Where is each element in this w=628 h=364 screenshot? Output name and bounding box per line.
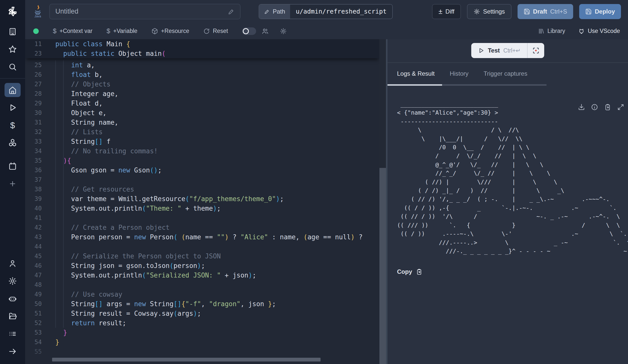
code-line[interactable]: 46 String json = gson.toJson(person);	[25, 261, 379, 270]
line-content: }	[42, 338, 59, 346]
edit-path-pencil-icon	[264, 9, 270, 14]
path-button[interactable]: Path u/admin/refreshed_script	[259, 4, 393, 19]
java-icon-label: Java	[34, 15, 41, 18]
sidebar-item-search[interactable]	[5, 60, 21, 74]
script-title-input[interactable]: Untitled	[49, 4, 241, 19]
library-button[interactable]: Library	[538, 28, 565, 34]
code-line[interactable]: 28 Integer age,	[25, 89, 379, 99]
code-line[interactable]: 35 ){	[25, 156, 379, 165]
code-line[interactable]: 42 // Create a Person object	[25, 223, 379, 232]
sidebar-item-settings[interactable]	[5, 274, 21, 288]
draft-shortcut: Ctrl+S	[550, 8, 567, 15]
topbar: Java Untitled Path u/admin/refreshed_scr…	[25, 0, 628, 23]
vertical-scrollbar-track[interactable]	[379, 39, 386, 364]
code-line[interactable]: 50 String[] args = new String[]{"-f", "d…	[25, 299, 379, 309]
code-line[interactable]: 43 Person person = new Person( (name == …	[25, 232, 379, 242]
editor-toolbar: $ +Context var $ +Variable +Resource Res…	[25, 23, 628, 39]
expand-icon[interactable]	[617, 103, 624, 111]
code-line[interactable]: 37	[25, 175, 379, 185]
edit-title-pencil-icon[interactable]	[228, 8, 234, 15]
tab-history[interactable]: History	[442, 63, 476, 86]
sidebar-item-variables[interactable]: $	[5, 118, 21, 132]
code-line[interactable]: 32 // Lists	[25, 127, 379, 137]
windmill-logo-icon[interactable]	[0, 0, 25, 23]
users-icon[interactable]	[262, 28, 269, 35]
horizontal-scrollbar[interactable]	[52, 358, 321, 361]
draft-button[interactable]: Draft Ctrl+S	[518, 4, 573, 19]
sidebar-item-favorites[interactable]	[5, 42, 21, 56]
library-label: Library	[547, 28, 565, 34]
code-line[interactable]: 33 String[] f	[25, 137, 379, 146]
test-button[interactable]: Test Ctrl+↵	[471, 47, 527, 54]
code-line[interactable]: 31 String name,	[25, 118, 379, 127]
code-line[interactable]: 48	[25, 280, 379, 290]
sidebar-item-workers[interactable]	[5, 292, 21, 306]
copy-button[interactable]: Copy	[397, 268, 628, 275]
panel-resize-handle[interactable]	[386, 39, 387, 364]
code-line[interactable]: 49 // Use cowsay	[25, 290, 379, 299]
code-line[interactable]: 53 }	[25, 328, 379, 337]
add-context-var-button[interactable]: $ +Context var	[53, 27, 93, 35]
code-line[interactable]: 39 var theme = Wmill.getResource("f/app_…	[25, 194, 379, 204]
sidebar-item-runs[interactable]	[5, 101, 21, 115]
reset-button[interactable]: Reset	[203, 28, 228, 34]
sidebar-item-home[interactable]	[5, 83, 21, 97]
download-icon[interactable]	[578, 103, 585, 111]
add-resource-button[interactable]: +Resource	[151, 28, 189, 34]
line-number: 47	[25, 272, 42, 279]
code-line[interactable]: 47 System.out.println("Serialized JSON: …	[25, 270, 379, 280]
sidebar-item-schedules[interactable]	[5, 159, 21, 173]
code-line[interactable]: 36 Gson gson = new Gson();	[25, 165, 379, 175]
tab-logs-result[interactable]: Logs & Result	[387, 63, 442, 86]
tab-trigger-captures[interactable]: Trigger captures	[476, 63, 535, 86]
diff-button-label: Diff	[445, 8, 454, 15]
diff-button[interactable]: ± Diff	[432, 4, 461, 19]
sidebar-item-audit-logs[interactable]	[5, 327, 21, 341]
code-line[interactable]: 23 public static Object main(	[25, 49, 379, 58]
code-line[interactable]: 52 return result;	[25, 318, 379, 328]
line-content: var theme = Wmill.getResource("f/app_the…	[42, 195, 284, 203]
clipboard-icon	[416, 268, 423, 275]
capture-test-button[interactable]	[528, 43, 544, 58]
info-icon[interactable]	[591, 103, 598, 111]
code-line[interactable]: 55	[25, 347, 379, 356]
sidebar-collapse-arrow-icon[interactable]	[5, 344, 21, 358]
code-line[interactable]: 34 // No trailing commas!	[25, 146, 379, 156]
deploy-button-label: Deploy	[595, 8, 615, 15]
line-content: Float d,	[42, 100, 103, 107]
sidebar-item-workspace[interactable]	[5, 25, 21, 39]
line-number: 37	[25, 176, 42, 183]
sidebar-item-add[interactable]	[5, 177, 21, 191]
code-line[interactable]: 25 int a,	[25, 60, 379, 70]
sidebar-item-folders[interactable]	[5, 309, 21, 323]
sticky-lines: 11public class Main {23 public static Ob…	[25, 39, 379, 58]
deploy-button[interactable]: Deploy	[579, 4, 621, 19]
code-line[interactable]: 30 Object e,	[25, 108, 379, 118]
clipboard-copy-icon[interactable]	[604, 103, 611, 111]
code-line[interactable]: 51 String result = Cowsay.say(args);	[25, 309, 379, 318]
gear-icon[interactable]	[280, 28, 287, 35]
code-line[interactable]: 11public class Main {	[25, 39, 379, 49]
add-variable-button[interactable]: $ +Variable	[107, 27, 138, 35]
line-content: }	[42, 329, 67, 336]
line-number: 35	[25, 157, 42, 164]
code-line[interactable]: 45 // Serialize the Person object to JSO…	[25, 251, 379, 261]
sidebar-item-account[interactable]	[5, 256, 21, 270]
vertical-scrollbar-thumb[interactable]	[379, 168, 386, 364]
code-line[interactable]: 41	[25, 213, 379, 223]
code-line[interactable]: 54}	[25, 337, 379, 347]
code-line[interactable]: 38 // Get resources	[25, 185, 379, 194]
code-line[interactable]: 40 System.out.println("Theme: " + theme)…	[25, 204, 379, 213]
line-number: 29	[25, 100, 42, 107]
code-line[interactable]: 26 float b,	[25, 70, 379, 79]
sidebar-item-resources[interactable]	[5, 136, 21, 150]
test-button-group[interactable]: Test Ctrl+↵	[471, 43, 544, 58]
code-line[interactable]: 29 Float d,	[25, 99, 379, 108]
code-line[interactable]: 44	[25, 242, 379, 251]
line-number: 54	[25, 339, 42, 346]
settings-button[interactable]: Settings	[467, 4, 512, 19]
assistant-toggle[interactable]	[242, 27, 256, 35]
code-editor[interactable]: 25 int a,26 float b,27 // Objects28 Inte…	[25, 39, 379, 364]
use-vscode-button[interactable]: Use VScode	[578, 28, 620, 34]
code-line[interactable]: 27 // Objects	[25, 79, 379, 89]
